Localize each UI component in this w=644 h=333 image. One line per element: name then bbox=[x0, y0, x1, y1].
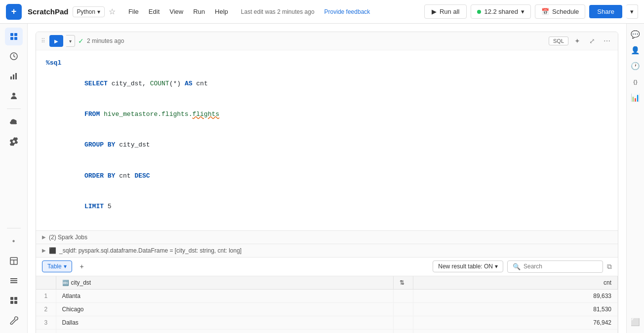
table-row[interactable]: 1 Atlanta 89,633 bbox=[36, 289, 618, 302]
sidebar-item-home[interactable] bbox=[5, 28, 23, 45]
notebook-content: ⠿ ▶ ▾ ✓ 2 minutes ago SQL ✦ ⤢ ⋯ %sql SEL… bbox=[28, 24, 626, 333]
results-table: 🔤city_dst ⇅ cnt 1 Atlanta 89,633 2 C bbox=[36, 276, 618, 333]
share-button[interactable]: Share bbox=[589, 5, 622, 18]
table-row[interactable]: 4 Houston 57,041 bbox=[36, 329, 618, 333]
row-cnt-2: 81,530 bbox=[413, 302, 617, 316]
table-header-right: New result table: ON ▾ 🔍 ⧉ bbox=[433, 260, 612, 273]
row-num-3: 3 bbox=[36, 316, 56, 329]
code-editor[interactable]: %sql SELECT city_dst, COUNT(*) AS cnt FR… bbox=[36, 50, 618, 230]
shared-button[interactable]: 12.2 shared ▾ bbox=[471, 4, 531, 19]
right-history-icon[interactable]: 🕐 bbox=[629, 59, 643, 73]
sidebar-item-charts[interactable] bbox=[5, 67, 23, 85]
run-cell-button[interactable]: ▶ bbox=[49, 35, 63, 47]
row-cnt-4: 57,041 bbox=[413, 329, 617, 333]
code-cell: ⠿ ▶ ▾ ✓ 2 minutes ago SQL ✦ ⤢ ⋯ %sql SEL… bbox=[36, 32, 618, 333]
row-city-4: Houston bbox=[56, 329, 393, 333]
spark-jobs-row[interactable]: ▶ (2) Spark Jobs bbox=[36, 231, 618, 244]
copy-icon[interactable]: ⧉ bbox=[607, 262, 612, 271]
code-alias: cnt bbox=[193, 80, 208, 87]
table-header-row: 🔤city_dst ⇅ cnt bbox=[36, 276, 618, 290]
table-row[interactable]: 2 Chicago 81,530 bbox=[36, 302, 618, 316]
edit-menu[interactable]: Edit bbox=[144, 6, 164, 17]
right-comments-icon[interactable]: 💬 bbox=[629, 28, 643, 41]
schedule-button[interactable]: 📅 Schedule bbox=[535, 4, 585, 19]
expand-df-icon: ▶ bbox=[42, 248, 46, 253]
code-orderby-col: cnt bbox=[115, 172, 134, 180]
table-tab[interactable]: Table ▾ bbox=[42, 260, 72, 272]
svg-rect-2 bbox=[10, 37, 13, 40]
svg-rect-18 bbox=[10, 301, 13, 304]
run-all-button[interactable]: ▶ Run all bbox=[424, 4, 467, 19]
search-input[interactable] bbox=[523, 263, 598, 270]
sparkle-icon[interactable]: ✦ bbox=[571, 35, 583, 47]
row-num-1: 1 bbox=[36, 289, 56, 302]
sql-badge[interactable]: SQL bbox=[549, 37, 568, 45]
sidebar-item-table2[interactable] bbox=[5, 252, 23, 270]
right-barchart-icon[interactable]: 📊 bbox=[629, 91, 643, 105]
left-sidebar: • bbox=[0, 24, 28, 333]
new-result-button[interactable]: New result table: ON ▾ bbox=[433, 260, 503, 272]
result-section: ▶ (2) Spark Jobs ▶ ⬛ _sqldf: pyspark.sql… bbox=[36, 230, 618, 333]
file-menu[interactable]: File bbox=[123, 6, 144, 17]
run-menu[interactable]: Run bbox=[188, 6, 210, 17]
expand-icon[interactable]: ⤢ bbox=[586, 35, 598, 47]
new-result-chevron-icon: ▾ bbox=[495, 263, 498, 270]
logo-button[interactable]: + bbox=[6, 4, 22, 20]
svg-rect-0 bbox=[10, 33, 13, 36]
play-icon: ▶ bbox=[432, 8, 437, 15]
dataframe-label: _sqldf: pyspark.sql.dataframe.DataFrame … bbox=[59, 247, 242, 254]
sidebar-item-history[interactable] bbox=[5, 47, 23, 65]
provide-feedback-link[interactable]: Provide feedback bbox=[324, 8, 370, 15]
star-button[interactable]: ☆ bbox=[109, 7, 116, 16]
more-options-icon[interactable]: ⋯ bbox=[601, 35, 613, 47]
run-options-button[interactable]: ▾ bbox=[66, 35, 75, 47]
search-box[interactable]: 🔍 bbox=[507, 260, 603, 273]
sidebar-item-settings[interactable] bbox=[5, 133, 23, 150]
new-result-label: New result table: ON bbox=[438, 263, 493, 270]
row-num-2: 2 bbox=[36, 302, 56, 316]
sidebar-item-users[interactable] bbox=[5, 87, 23, 105]
code-count: COUNT bbox=[150, 80, 169, 87]
svg-rect-6 bbox=[13, 74, 14, 79]
col-city-header[interactable]: 🔤city_dst bbox=[56, 276, 393, 290]
cell-toolbar-right: SQL ✦ ⤢ ⋯ bbox=[549, 35, 613, 47]
sidebar-item-list[interactable] bbox=[5, 272, 23, 290]
sidebar-item-blocks[interactable] bbox=[5, 292, 23, 309]
python-selector[interactable]: Python ▾ bbox=[73, 6, 105, 17]
expand-spark-icon: ▶ bbox=[42, 234, 46, 240]
chevron-down-icon: ▾ bbox=[97, 8, 100, 15]
main-layout: • ⠿ ▶ ▾ ✓ 2 minutes ago SQL ✦ bbox=[0, 24, 644, 333]
code-line-6: LIMIT 5 bbox=[46, 191, 608, 222]
right-code-icon[interactable]: {} bbox=[629, 75, 643, 89]
add-tab-button[interactable]: + bbox=[76, 260, 88, 272]
code-desc: DESC bbox=[134, 172, 150, 180]
cell-time-label: 2 minutes ago bbox=[87, 37, 124, 44]
right-sidebar: 💬 👤 🕐 {} 📊 ⬜ bbox=[626, 24, 644, 333]
python-label: Python bbox=[77, 8, 95, 15]
sidebar-item-wrench[interactable] bbox=[5, 311, 23, 329]
schedule-label: Schedule bbox=[552, 8, 579, 15]
sidebar-item-dot1[interactable]: • bbox=[5, 232, 23, 250]
row-city-3: Dallas bbox=[56, 316, 393, 329]
sort-icon: ⇅ bbox=[400, 279, 404, 286]
topbar-right-actions: ▶ Run all 12.2 shared ▾ 📅 Schedule Share… bbox=[424, 4, 638, 19]
svg-rect-16 bbox=[10, 297, 13, 300]
svg-rect-17 bbox=[14, 297, 17, 300]
view-menu[interactable]: View bbox=[164, 6, 188, 17]
code-as: AS bbox=[185, 80, 193, 87]
more-actions-button[interactable]: ▾ bbox=[626, 4, 638, 19]
col-cnt-header[interactable]: cnt bbox=[413, 276, 617, 290]
right-panel-icon[interactable]: ⬜ bbox=[629, 315, 643, 329]
code-limit: LIMIT bbox=[84, 203, 104, 210]
sidebar-item-cloud[interactable] bbox=[5, 113, 23, 131]
row-num-4: 4 bbox=[36, 329, 56, 333]
right-profile-icon[interactable]: 👤 bbox=[629, 43, 643, 57]
help-menu[interactable]: Help bbox=[210, 6, 233, 17]
last-edit-label: Last edit was 2 minutes ago bbox=[241, 8, 315, 15]
shared-chevron-icon: ▾ bbox=[521, 8, 524, 15]
svg-rect-7 bbox=[15, 73, 17, 79]
table-row[interactable]: 3 Dallas 76,942 bbox=[36, 316, 618, 329]
col-sort-header[interactable]: ⇅ bbox=[393, 276, 413, 290]
dataframe-row[interactable]: ▶ ⬛ _sqldf: pyspark.sql.dataframe.DataFr… bbox=[36, 244, 618, 258]
drag-handle-icon[interactable]: ⠿ bbox=[41, 37, 45, 44]
